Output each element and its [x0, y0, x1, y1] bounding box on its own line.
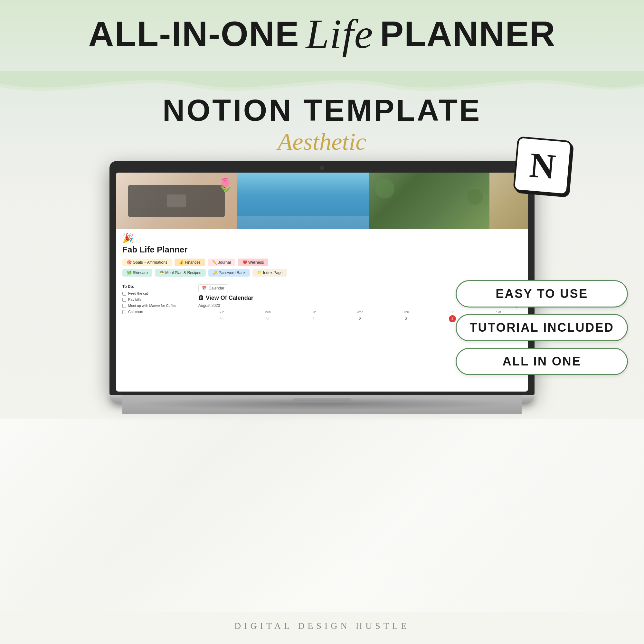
- nav-buttons-row2: 🌿 Skincare 🥗 Meal Plan & Recipes 🔑 Passw…: [122, 269, 522, 277]
- cal-day-aug4[interactable]: 4: [449, 315, 456, 322]
- cal-day-aug2[interactable]: 2: [356, 315, 364, 322]
- cal-day-wed: Wed: [337, 310, 383, 315]
- wavy-divider: [0, 71, 644, 97]
- feature-badges: EASY TO USE TUTORIAL INCLUDED ALL IN ONE: [456, 280, 628, 375]
- nav-btn-password[interactable]: 🔑 Password Bank: [208, 269, 250, 277]
- todo-item-3: Meet up with Maeve for Coffee: [122, 304, 193, 308]
- todo-checkbox-1[interactable]: [122, 292, 126, 296]
- todo-item-2: Pay bills: [122, 298, 193, 302]
- banner-image-2: [237, 173, 368, 229]
- badge-tutorial-included: TUTORIAL INCLUDED: [456, 314, 628, 341]
- title-part2: PLANNER: [380, 16, 556, 52]
- todo-label: To Do:: [122, 284, 193, 289]
- laptop-camera: [320, 166, 324, 170]
- nav-btn-wellness[interactable]: ❤️ Wellness: [238, 259, 269, 266]
- cal-day-sun: Sun: [198, 310, 244, 315]
- nav-btn-journal[interactable]: ✏️ Journal: [208, 259, 235, 266]
- cal-day-31[interactable]: 31: [264, 315, 271, 322]
- notion-template-text: NOTION TEMPLATE: [0, 93, 644, 127]
- notion-logo-icon: N: [513, 136, 572, 195]
- todo-checkbox-3[interactable]: [122, 304, 126, 308]
- nav-btn-skincare[interactable]: 🌿 Skincare: [122, 269, 152, 277]
- nav-btn-index[interactable]: 📁 Index Page: [252, 269, 287, 277]
- planner-title: Fab Life Planner: [122, 245, 522, 255]
- header: ALL-IN-ONE Life PLANNER: [0, 13, 644, 55]
- nav-buttons-row1: 🎯 Goals + Affirmations 💰 Finances ✏️ Jou…: [122, 259, 522, 266]
- brand-label: DIGITAL DESIGN HUSTLE: [0, 621, 644, 631]
- planner-emoji: 🎉: [122, 233, 522, 243]
- nav-btn-finances[interactable]: 💰 Finances: [175, 259, 205, 266]
- planner-header: 🎉 Fab Life Planner 🎯 Goals + Affirmation…: [116, 229, 528, 282]
- todo-item-1: Feed the cat: [122, 291, 193, 296]
- title-part1: ALL-IN-ONE: [88, 16, 299, 52]
- nav-btn-goals[interactable]: 🎯 Goals + Affirmations: [122, 259, 172, 266]
- laptop-shadow: [131, 397, 513, 410]
- badge-all-in-one: ALL IN ONE: [456, 348, 628, 375]
- cal-day-tue: Tue: [291, 310, 337, 315]
- main-title: ALL-IN-ONE Life PLANNER: [0, 13, 644, 55]
- cal-day-thu: Thu: [383, 310, 429, 315]
- todo-item-4: Call mom: [122, 310, 193, 314]
- title-italic: Life: [306, 13, 374, 55]
- banner-images: 🌷: [116, 173, 528, 229]
- cal-day-30[interactable]: 30: [218, 315, 225, 322]
- cal-day-aug1[interactable]: 1: [310, 315, 317, 322]
- todo-checkbox-2[interactable]: [122, 298, 126, 302]
- banner-image-1: 🌷: [116, 173, 237, 229]
- calendar-tab[interactable]: 📅 Calendar: [198, 284, 228, 292]
- nav-btn-meal-plan[interactable]: 🥗 Meal Plan & Recipes: [155, 269, 206, 277]
- todo-checkbox-4[interactable]: [122, 310, 126, 314]
- cal-day-aug3[interactable]: 3: [403, 315, 410, 322]
- todo-section: To Do: Feed the cat Pay bills Meet up wi…: [122, 284, 193, 376]
- banner-image-3: [369, 173, 489, 229]
- badge-easy-to-use: EASY TO USE: [456, 280, 628, 308]
- cal-day-mon: Mon: [244, 310, 290, 315]
